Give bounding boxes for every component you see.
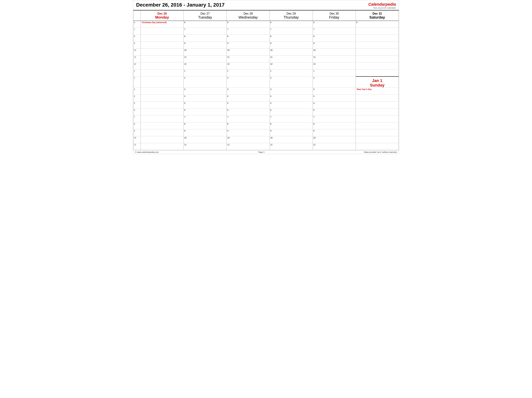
cell-dec28-9: 9 <box>227 42 270 49</box>
cell-dec29-1pm: 1 <box>270 69 313 76</box>
cell-dec30-8pm: 8 <box>313 122 356 129</box>
time-6pm: 6 <box>133 108 141 115</box>
newyear-holiday: New Year's Day <box>356 88 372 91</box>
cell-dec26-8 <box>141 35 184 42</box>
cell-dec29-6pm: 6 <box>270 108 313 115</box>
cell-dec28-8: 8 <box>227 35 270 42</box>
page-header: December 26, 2016 - January 1, 2017 Cale… <box>133 0 399 10</box>
cell-dec31-8 <box>356 35 399 42</box>
cell-dec29-9: 9 <box>270 42 313 49</box>
cell-dec27-9pm: 9 <box>184 129 227 136</box>
page-footer: © www.calendarpedia.com Page 1 Data prov… <box>133 150 399 154</box>
time-3pm: 3 <box>133 88 141 95</box>
cell-jan1-5pm <box>356 102 399 108</box>
dec30-dayname: Friday <box>314 15 355 19</box>
cell-dec26-1pm <box>141 69 184 76</box>
day-header-dec30: Dec 30 Friday <box>313 11 356 21</box>
dec26-dayname: Monday <box>141 15 183 19</box>
calendar-grid: Dec 26 Monday Dec 27 Tuesday Dec 28 Wedn… <box>133 10 399 150</box>
logo-subtitle: Your source for calendars <box>368 7 396 9</box>
cell-dec28-1pm: 1 <box>227 69 270 76</box>
cell-dec31-12 <box>356 63 399 69</box>
cell-dec30-10: 10 <box>313 49 356 56</box>
cell-dec28-9pm: 9 <box>227 129 270 136</box>
cell-dec27-11: 11 <box>184 56 227 63</box>
cell-dec30-12: 12 <box>313 63 356 69</box>
cell-dec29-8: 8 <box>270 35 313 42</box>
dec28-month: Dec 28 <box>227 12 269 15</box>
cell-dec29-10: 10 <box>270 49 313 56</box>
cell-dec28-5pm: 5 <box>227 102 270 108</box>
time-10pm: 10 <box>133 136 141 143</box>
cell-dec26-5pm <box>141 102 184 108</box>
page-wrapper: December 26, 2016 - January 1, 2017 Cale… <box>133 0 399 154</box>
dec28-dayname: Wednesday <box>227 15 269 19</box>
cell-dec27-12: 12 <box>184 63 227 69</box>
dec31-dayname: Saturday <box>356 15 398 19</box>
cell-dec26-11 <box>141 56 184 63</box>
time-1pm: 1 <box>133 69 141 76</box>
cell-jan1-9pm <box>356 129 399 136</box>
cell-dec29-5pm: 5 <box>270 102 313 108</box>
cell-dec26-8pm <box>141 122 184 129</box>
cell-dec29-4pm: 4 <box>270 95 313 102</box>
logo-area: Calendarpedia Your source for calendars <box>368 2 396 9</box>
cell-dec26-7pm <box>141 115 184 122</box>
cell-dec29-11pm: 11 <box>270 143 313 150</box>
time-9pm: 9 <box>133 129 141 136</box>
cell-dec30-4pm: 4 <box>313 95 356 102</box>
cell-dec30-7pm: 7 <box>313 115 356 122</box>
cell-dec26-2pm <box>141 76 184 88</box>
cell-dec27-11pm: 11 <box>184 143 227 150</box>
cell-dec30-10pm: 10 <box>313 136 356 143</box>
time-5pm: 5 <box>133 102 141 108</box>
cell-dec28-3pm: 3 <box>227 88 270 95</box>
time-7pm: 7 <box>133 115 141 122</box>
cell-jan1-10pm <box>356 136 399 143</box>
dec30-month: Dec 30 <box>314 12 355 15</box>
cell-dec27-8pm: 8 <box>184 122 227 129</box>
cell-dec30-9pm: 9 <box>313 129 356 136</box>
cell-dec27-6: 6 <box>184 21 227 28</box>
dec29-dayname: Thursday <box>271 15 312 19</box>
cell-dec28-4pm: 4 <box>227 95 270 102</box>
cell-dec31-11 <box>356 56 399 63</box>
time-2pm: 2 <box>133 76 141 88</box>
cell-dec31-7 <box>356 28 399 35</box>
cell-dec31-10 <box>356 49 399 56</box>
cell-dec26-9 <box>141 42 184 49</box>
cell-dec27-8: 8 <box>184 35 227 42</box>
cell-dec29-6: 6 <box>270 21 313 28</box>
cell-dec31-1pm <box>356 69 399 76</box>
cell-dec27-2pm: 2 <box>184 76 227 88</box>
cell-dec30-5pm: 5 <box>313 102 356 108</box>
cell-dec28-2pm: 2 <box>227 76 270 88</box>
cell-dec28-10: 10 <box>227 49 270 56</box>
cell-dec30-9: 9 <box>313 42 356 49</box>
cell-dec28-11: 11 <box>227 56 270 63</box>
cell-dec26-7 <box>141 28 184 35</box>
time-8pm: 8 <box>133 122 141 129</box>
cell-dec30-6pm: 6 <box>313 108 356 115</box>
time-7: 7 <box>133 28 141 35</box>
cell-dec27-4pm: 4 <box>184 95 227 102</box>
cell-dec27-1pm: 1 <box>184 69 227 76</box>
cell-dec30-1pm: 1 <box>313 69 356 76</box>
cell-dec30-6: 6 <box>313 21 356 28</box>
page-title: December 26, 2016 - January 1, 2017 <box>136 2 225 8</box>
dec29-month: Dec 29 <box>271 12 312 15</box>
cell-dec28-7pm: 7 <box>227 115 270 122</box>
jan1-dayname: Sunday <box>356 83 398 88</box>
cell-dec27-6pm: 6 <box>184 108 227 115</box>
cell-jan1-7pm <box>356 115 399 122</box>
cell-dec26-10pm <box>141 136 184 143</box>
cell-dec30-11: 11 <box>313 56 356 63</box>
logo-name: Calendarpedia <box>368 2 396 7</box>
cell-dec29-3pm: 3 <box>270 88 313 95</box>
time-9: 9 <box>133 42 141 49</box>
cell-jan1-3pm: New Year's Day <box>356 88 399 95</box>
cell-dec28-10pm: 10 <box>227 136 270 143</box>
cell-dec26-6pm <box>141 108 184 115</box>
cell-dec26-9pm <box>141 129 184 136</box>
cell-dec30-8: 8 <box>313 35 356 42</box>
